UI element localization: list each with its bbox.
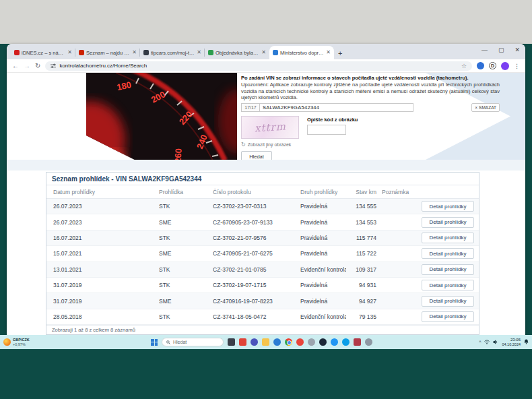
cell-protocol: CZ-3702-21-01-0785	[213, 266, 300, 273]
detail-prohlidky-button[interactable]: Detail prohlídky	[422, 311, 474, 322]
vin-char-counter: 17/17	[241, 103, 260, 112]
table-row: 26.07.2023STKCZ-3702-23-07-0313Pravideln…	[46, 199, 479, 214]
tab-tipcars[interactable]: tipcars.com/moj-tipcars/inzer… ✕	[140, 46, 205, 59]
table-row: 16.07.2021STKCZ-3702-21-07-9576Pravideln…	[46, 231, 479, 246]
header-divider-band	[7, 160, 525, 171]
tab-label: Ministerstvo dopravy - Kontrol…	[280, 50, 324, 56]
h-app-icon[interactable]	[354, 338, 361, 346]
forward-button[interactable]: →	[24, 63, 30, 69]
cell-date: 16.07.2021	[46, 235, 159, 241]
cell-protocol: CZ-470916-19-07-8223	[213, 298, 300, 305]
firefox-icon[interactable]	[296, 338, 304, 346]
widget-change-value: +0,97%	[13, 342, 30, 346]
cell-date: 26.07.2023	[46, 219, 159, 226]
tab-ministerstvo-active[interactable]: Ministerstvo dopravy - Kontrol… ✕	[269, 46, 334, 59]
tab-close-icon[interactable]: ✕	[326, 50, 331, 55]
file-explorer-icon[interactable]	[262, 338, 269, 346]
table-row: 31.07.2019SMECZ-470916-19-07-8223Pravide…	[46, 293, 479, 309]
detail-prohlidky-button[interactable]: Detail prohlídky	[422, 264, 474, 275]
page-viewport: 180 200 220 240 260 Po zadání VIN se zob…	[7, 73, 525, 335]
detail-prohlidky-button[interactable]: Detail prohlídky	[422, 233, 474, 243]
cell-date: 15.07.2021	[46, 250, 159, 257]
wifi-icon[interactable]	[484, 340, 490, 344]
skype-icon[interactable]	[342, 338, 350, 346]
cell-kind: Pravidelná	[300, 298, 346, 305]
tab-label: Seznam – najdu tam, co nezná…	[86, 50, 130, 56]
site-header: 180 200 220 240 260 Po zadání VIN se zob…	[7, 73, 525, 160]
window-minimize-button[interactable]: —	[481, 47, 488, 53]
tab-close-icon[interactable]: ✕	[67, 50, 72, 55]
task-view-icon[interactable]	[228, 338, 235, 346]
reload-button[interactable]: ↻	[35, 63, 40, 69]
table-row: 15.07.2021SMECZ-470905-21-07-6275Pravide…	[46, 246, 479, 262]
notification-bell-icon[interactable]	[524, 339, 529, 344]
tray-expand-icon[interactable]: ^	[479, 340, 481, 344]
cell-km: 94 927	[346, 298, 378, 305]
cell-kind: Pravidelná	[300, 235, 346, 241]
browser-window: iDNES.cz – s námi víte víc ✕ Seznam – na…	[7, 44, 525, 335]
taskbar-widget[interactable]: GBP/CZK +0,97%	[3, 338, 30, 346]
cell-type: STK	[159, 266, 213, 273]
gray-app-icon[interactable]	[365, 338, 372, 346]
window-maximize-button[interactable]: ▢	[498, 47, 504, 53]
table-row: 13.01.2021STKCZ-3702-21-01-0785Evidenční…	[46, 262, 479, 278]
cell-date: 13.01.2021	[46, 266, 159, 273]
start-button[interactable]	[151, 339, 158, 346]
bookmark-star-icon[interactable]: ☆	[461, 63, 467, 69]
inspection-table-body: 26.07.2023STKCZ-3702-23-07-0313Pravideln…	[46, 199, 479, 325]
steam-icon[interactable]	[319, 338, 327, 346]
volume-icon[interactable]	[493, 340, 498, 344]
address-bar[interactable]: kontrolatachometru.cz/Home/Search ☆	[45, 61, 472, 71]
tab-close-icon[interactable]: ✕	[197, 50, 201, 55]
detail-prohlidky-button[interactable]: Detail prohlídky	[422, 248, 474, 259]
tab-close-icon[interactable]: ✕	[132, 50, 137, 55]
taskbar-search[interactable]: Hledat	[162, 338, 224, 346]
blue-app-icon[interactable]	[331, 338, 338, 346]
captcha-image: xttrm	[241, 116, 299, 139]
cell-kind: Pravidelná	[300, 250, 346, 257]
globe-app-icon[interactable]	[308, 338, 315, 346]
vin-input[interactable]: SALWA2KF9GA542344	[260, 103, 413, 112]
header-prohlidka: Prohlídka	[159, 189, 213, 195]
desktop-background-top	[0, 0, 532, 44]
tab-objednavka[interactable]: Objednávka byla odeslána ✕	[205, 46, 269, 59]
edge-icon[interactable]	[273, 338, 281, 346]
chrome-icon[interactable]	[285, 338, 292, 346]
detail-prohlidky-button[interactable]: Detail prohlídky	[422, 280, 474, 290]
detail-prohlidky-button[interactable]: Detail prohlídky	[422, 217, 474, 228]
teams-icon[interactable]	[251, 338, 258, 346]
browser-menu-icon[interactable]: ⋮	[514, 63, 520, 69]
taskbar-clock[interactable]: 23:05 04.10.2024	[502, 338, 521, 346]
tab-label: Objednávka byla odeslána	[215, 50, 259, 56]
clear-vin-button[interactable]: × SMAZAT	[471, 103, 500, 112]
red-app-icon[interactable]	[239, 338, 246, 346]
tab-idnes[interactable]: iDNES.cz – s námi víte víc ✕	[11, 46, 75, 59]
cell-kind: Evidenční kontrola	[300, 266, 346, 273]
taskbar: GBP/CZK +0,97% Hledat ^ 23:05 04.10.2024	[0, 335, 532, 349]
desktop: iDNES.cz – s námi víte víc ✕ Seznam – na…	[0, 0, 532, 399]
cell-km: 109 317	[346, 266, 378, 273]
header-druh-prohlidky: Druh prohlídky	[300, 189, 346, 195]
detail-prohlidky-button[interactable]: Detail prohlídky	[422, 201, 474, 212]
tab-seznam[interactable]: Seznam – najdu tam, co nezná… ✕	[75, 46, 140, 59]
table-footer-summary: Zobrazuji 1 až 8 z celkem 8 záznamů	[46, 325, 479, 334]
extension-d-icon[interactable]: D	[489, 62, 496, 69]
back-button[interactable]: ←	[12, 63, 19, 69]
profile-avatar[interactable]	[501, 62, 509, 70]
system-tray: ^ 23:05 04.10.2024	[479, 338, 529, 346]
tab-strip: iDNES.cz – s námi víte víc ✕ Seznam – na…	[7, 44, 525, 59]
vin-intro-heading: Po zadání VIN se zobrazí informace o sta…	[241, 75, 500, 82]
window-close-button[interactable]: ✕	[514, 47, 520, 53]
cell-kind: Pravidelná	[300, 282, 346, 288]
captcha-refresh-link[interactable]: ↻ Zobrazit jiný obrázek	[241, 142, 299, 148]
tab-close-icon[interactable]: ✕	[261, 50, 266, 55]
captcha-input[interactable]	[307, 125, 346, 135]
cell-type: SME	[159, 298, 213, 305]
detail-prohlidky-button[interactable]: Detail prohlídky	[422, 296, 474, 307]
extension-icon[interactable]	[477, 62, 484, 69]
refresh-icon: ↻	[241, 142, 246, 148]
new-tab-button[interactable]: +	[338, 49, 342, 57]
cell-type: SME	[159, 219, 213, 226]
site-settings-icon[interactable]	[51, 63, 56, 69]
tab-label: iDNES.cz – s námi víte víc	[22, 50, 65, 56]
